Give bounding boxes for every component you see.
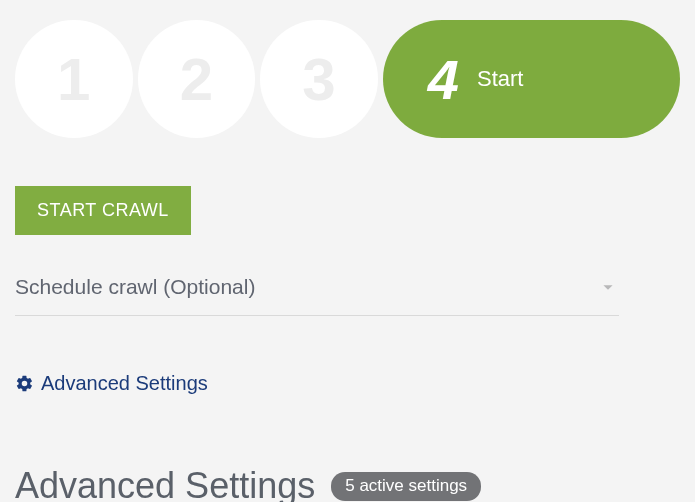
advanced-settings-title: Advanced Settings [15, 465, 315, 502]
schedule-crawl-label: Schedule crawl (Optional) [15, 275, 255, 299]
gear-icon [15, 374, 34, 393]
schedule-crawl-toggle[interactable]: Schedule crawl (Optional) [15, 275, 619, 316]
chevron-down-icon [597, 276, 619, 298]
stepper: 1 2 3 4 Start [15, 20, 680, 138]
active-settings-badge: 5 active settings [331, 472, 481, 501]
start-crawl-button[interactable]: START CRAWL [15, 186, 191, 235]
step-4-active[interactable]: 4 Start [383, 20, 680, 138]
step-4-number: 4 [428, 47, 459, 112]
step-4-label: Start [477, 66, 523, 92]
step-1[interactable]: 1 [15, 20, 133, 138]
advanced-settings-header: Advanced Settings 5 active settings [15, 465, 680, 502]
advanced-settings-link-label: Advanced Settings [41, 372, 208, 395]
step-3[interactable]: 3 [260, 20, 378, 138]
advanced-settings-link[interactable]: Advanced Settings [15, 372, 208, 395]
step-2[interactable]: 2 [138, 20, 256, 138]
